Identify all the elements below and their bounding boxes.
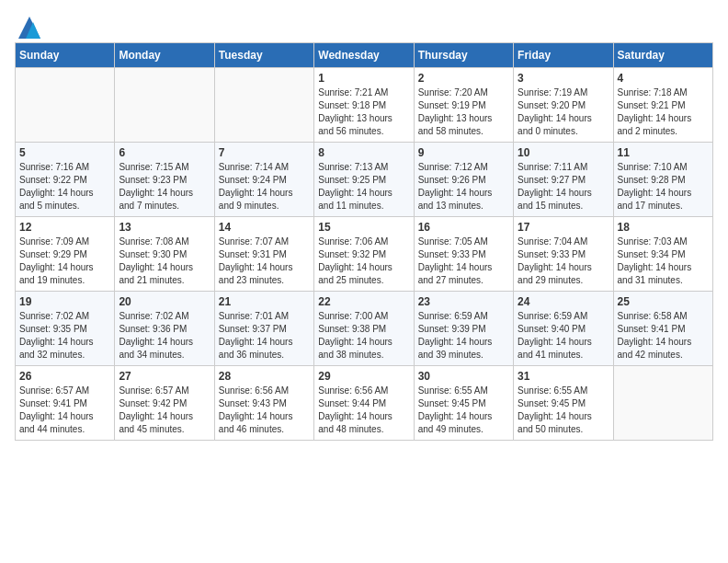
calendar-cell: 21Sunrise: 7:01 AMSunset: 9:37 PMDayligh… — [214, 292, 313, 366]
day-info: Sunrise: 7:08 AMSunset: 9:30 PMDaylight:… — [119, 236, 210, 287]
calendar-cell: 25Sunrise: 6:58 AMSunset: 9:41 PMDayligh… — [613, 292, 712, 366]
day-info: Sunrise: 6:56 AMSunset: 9:44 PMDaylight:… — [318, 385, 409, 436]
day-info: Sunrise: 7:00 AMSunset: 9:38 PMDaylight:… — [318, 310, 409, 362]
calendar-cell: 9Sunrise: 7:12 AMSunset: 9:26 PMDaylight… — [414, 143, 513, 217]
day-number: 21 — [219, 295, 310, 308]
day-number: 28 — [219, 370, 310, 383]
day-number: 18 — [618, 221, 709, 234]
day-info: Sunrise: 6:55 AMSunset: 9:45 PMDaylight:… — [418, 385, 509, 436]
calendar-week-row: 19Sunrise: 7:02 AMSunset: 9:35 PMDayligh… — [16, 292, 713, 366]
day-number: 4 — [618, 72, 709, 85]
day-info: Sunrise: 6:57 AMSunset: 9:42 PMDaylight:… — [119, 385, 210, 436]
day-number: 11 — [618, 146, 709, 159]
day-info: Sunrise: 7:02 AMSunset: 9:35 PMDaylight:… — [19, 310, 110, 362]
calendar-cell: 22Sunrise: 7:00 AMSunset: 9:38 PMDayligh… — [314, 292, 414, 366]
calendar-day-header: Saturday — [613, 43, 712, 68]
day-info: Sunrise: 7:03 AMSunset: 9:34 PMDaylight:… — [618, 236, 709, 287]
day-info: Sunrise: 7:15 AMSunset: 9:23 PMDaylight:… — [119, 161, 210, 213]
day-number: 24 — [518, 295, 609, 308]
calendar-cell — [16, 68, 115, 143]
day-info: Sunrise: 7:11 AMSunset: 9:27 PMDaylight:… — [518, 161, 609, 213]
calendar-cell: 12Sunrise: 7:09 AMSunset: 9:29 PMDayligh… — [16, 217, 115, 292]
day-info: Sunrise: 7:02 AMSunset: 9:36 PMDaylight:… — [119, 310, 210, 362]
calendar-cell: 17Sunrise: 7:04 AMSunset: 9:33 PMDayligh… — [514, 217, 613, 292]
day-number: 2 — [418, 72, 509, 85]
day-info: Sunrise: 7:07 AMSunset: 9:31 PMDaylight:… — [219, 236, 310, 287]
calendar-cell: 30Sunrise: 6:55 AMSunset: 9:45 PMDayligh… — [414, 366, 513, 441]
calendar-day-header: Sunday — [16, 43, 115, 68]
day-info: Sunrise: 7:21 AMSunset: 9:18 PMDaylight:… — [318, 86, 409, 138]
calendar-cell — [115, 68, 214, 143]
day-info: Sunrise: 7:10 AMSunset: 9:28 PMDaylight:… — [618, 161, 709, 213]
header — [15, 15, 713, 35]
calendar-cell: 11Sunrise: 7:10 AMSunset: 9:28 PMDayligh… — [613, 143, 712, 217]
day-number: 13 — [119, 221, 210, 234]
calendar-week-row: 26Sunrise: 6:57 AMSunset: 9:41 PMDayligh… — [16, 366, 713, 441]
calendar-cell: 28Sunrise: 6:56 AMSunset: 9:43 PMDayligh… — [214, 366, 313, 441]
calendar-cell: 26Sunrise: 6:57 AMSunset: 9:41 PMDayligh… — [16, 366, 115, 441]
calendar-header-row: SundayMondayTuesdayWednesdayThursdayFrid… — [16, 43, 713, 68]
calendar-cell: 1Sunrise: 7:21 AMSunset: 9:18 PMDaylight… — [314, 68, 414, 143]
day-info: Sunrise: 6:59 AMSunset: 9:40 PMDaylight:… — [518, 310, 609, 362]
day-number: 17 — [518, 221, 609, 234]
calendar-cell: 7Sunrise: 7:14 AMSunset: 9:24 PMDaylight… — [214, 143, 313, 217]
calendar-day-header: Wednesday — [314, 43, 414, 68]
day-info: Sunrise: 7:05 AMSunset: 9:33 PMDaylight:… — [418, 236, 509, 287]
day-number: 9 — [418, 146, 509, 159]
day-number: 16 — [418, 221, 509, 234]
day-number: 14 — [219, 221, 310, 234]
day-number: 15 — [318, 221, 409, 234]
calendar-week-row: 12Sunrise: 7:09 AMSunset: 9:29 PMDayligh… — [16, 217, 713, 292]
day-info: Sunrise: 7:04 AMSunset: 9:33 PMDaylight:… — [518, 236, 609, 287]
day-info: Sunrise: 7:14 AMSunset: 9:24 PMDaylight:… — [219, 161, 310, 213]
calendar-cell: 18Sunrise: 7:03 AMSunset: 9:34 PMDayligh… — [613, 217, 712, 292]
day-number: 19 — [19, 295, 110, 308]
calendar-cell: 4Sunrise: 7:18 AMSunset: 9:21 PMDaylight… — [613, 68, 712, 143]
day-number: 3 — [518, 72, 609, 85]
calendar-body: 1Sunrise: 7:21 AMSunset: 9:18 PMDaylight… — [16, 68, 713, 441]
day-number: 10 — [518, 146, 609, 159]
day-info: Sunrise: 7:19 AMSunset: 9:20 PMDaylight:… — [518, 86, 609, 138]
calendar-cell: 3Sunrise: 7:19 AMSunset: 9:20 PMDaylight… — [514, 68, 613, 143]
day-info: Sunrise: 7:12 AMSunset: 9:26 PMDaylight:… — [418, 161, 509, 213]
calendar-cell: 2Sunrise: 7:20 AMSunset: 9:19 PMDaylight… — [414, 68, 513, 143]
day-info: Sunrise: 7:09 AMSunset: 9:29 PMDaylight:… — [19, 236, 110, 287]
day-number: 12 — [19, 221, 110, 234]
calendar-cell: 14Sunrise: 7:07 AMSunset: 9:31 PMDayligh… — [214, 217, 313, 292]
calendar-cell: 8Sunrise: 7:13 AMSunset: 9:25 PMDaylight… — [314, 143, 414, 217]
calendar-cell: 24Sunrise: 6:59 AMSunset: 9:40 PMDayligh… — [514, 292, 613, 366]
calendar-cell: 29Sunrise: 6:56 AMSunset: 9:44 PMDayligh… — [314, 366, 414, 441]
day-info: Sunrise: 7:16 AMSunset: 9:22 PMDaylight:… — [19, 161, 110, 213]
calendar-cell: 31Sunrise: 6:55 AMSunset: 9:45 PMDayligh… — [514, 366, 613, 441]
day-info: Sunrise: 6:58 AMSunset: 9:41 PMDaylight:… — [618, 310, 709, 362]
day-number: 8 — [318, 146, 409, 159]
day-info: Sunrise: 6:59 AMSunset: 9:39 PMDaylight:… — [418, 310, 509, 362]
day-number: 29 — [318, 370, 409, 383]
day-info: Sunrise: 7:20 AMSunset: 9:19 PMDaylight:… — [418, 86, 509, 138]
logo — [15, 15, 42, 35]
day-info: Sunrise: 7:13 AMSunset: 9:25 PMDaylight:… — [318, 161, 409, 213]
calendar-day-header: Friday — [514, 43, 613, 68]
calendar-cell: 15Sunrise: 7:06 AMSunset: 9:32 PMDayligh… — [314, 217, 414, 292]
day-number: 23 — [418, 295, 509, 308]
day-number: 31 — [518, 370, 609, 383]
calendar-day-header: Thursday — [414, 43, 513, 68]
calendar-cell — [613, 366, 712, 441]
calendar-day-header: Tuesday — [214, 43, 313, 68]
day-info: Sunrise: 6:56 AMSunset: 9:43 PMDaylight:… — [219, 385, 310, 436]
calendar-cell: 20Sunrise: 7:02 AMSunset: 9:36 PMDayligh… — [115, 292, 214, 366]
day-number: 26 — [19, 370, 110, 383]
calendar: SundayMondayTuesdayWednesdayThursdayFrid… — [15, 42, 713, 441]
day-info: Sunrise: 7:01 AMSunset: 9:37 PMDaylight:… — [219, 310, 310, 362]
calendar-week-row: 1Sunrise: 7:21 AMSunset: 9:18 PMDaylight… — [16, 68, 713, 143]
calendar-cell: 6Sunrise: 7:15 AMSunset: 9:23 PMDaylight… — [115, 143, 214, 217]
day-info: Sunrise: 7:18 AMSunset: 9:21 PMDaylight:… — [618, 86, 709, 138]
day-number: 30 — [418, 370, 509, 383]
day-info: Sunrise: 7:06 AMSunset: 9:32 PMDaylight:… — [318, 236, 409, 287]
day-number: 27 — [119, 370, 210, 383]
day-number: 20 — [119, 295, 210, 308]
day-number: 25 — [618, 295, 709, 308]
day-number: 5 — [19, 146, 110, 159]
day-number: 1 — [318, 72, 409, 85]
day-number: 22 — [318, 295, 409, 308]
